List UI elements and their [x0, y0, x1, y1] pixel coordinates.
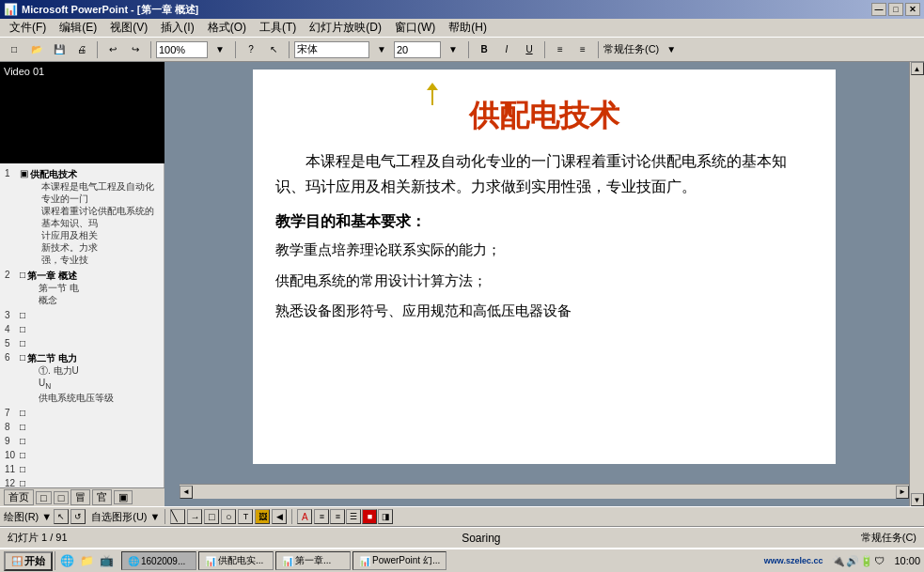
menu-view[interactable]: 视图(V)	[104, 19, 153, 37]
shapes-label[interactable]: 自选图形(U) ▼	[91, 510, 160, 524]
tab-2[interactable]: □	[54, 491, 70, 504]
font-size-input[interactable]	[394, 41, 441, 58]
taskbar-btn1-label: 1602009...	[141, 556, 185, 566]
maximize-button[interactable]: □	[888, 3, 903, 16]
site-label: www.szelec.cc	[764, 556, 823, 565]
menu-format[interactable]: 格式(O)	[202, 19, 252, 37]
italic-button[interactable]: I	[496, 40, 517, 59]
slide-item-5[interactable]: 5 □	[4, 337, 160, 349]
slide-item-10[interactable]: 10 □	[4, 449, 160, 461]
slide-item-6[interactable]: 6 □ 第二节 电力 ①. 电力U UN 供电系统电压等级	[4, 351, 160, 405]
sep7	[598, 41, 599, 58]
scroll-right-button[interactable]: ►	[896, 486, 909, 499]
slide4-icon: □	[20, 324, 25, 334]
slide-item-8[interactable]: 8 □	[4, 421, 160, 433]
open-button[interactable]: 📂	[26, 40, 47, 59]
slide-item-12[interactable]: 12 □	[4, 477, 160, 488]
taskbar-btn-1[interactable]: 🌐 1602009...	[121, 551, 196, 570]
fill-color-tool[interactable]: ◀	[272, 509, 287, 524]
taskbar-btn-3[interactable]: 📊 第一章...	[275, 551, 351, 570]
slide-item-7[interactable]: 7 □	[4, 407, 160, 419]
arrow-tool[interactable]: →	[187, 509, 202, 524]
line-tool[interactable]: ╲	[170, 509, 185, 524]
tray-antivirus-icon: 🛡	[874, 555, 885, 566]
new-button[interactable]: □	[4, 40, 24, 59]
soaring-label: Soaring	[109, 532, 854, 545]
align-dist-tool[interactable]: ☰	[346, 509, 361, 524]
zoom-dropdown[interactable]: ▼	[210, 40, 230, 59]
slide-section-title: 教学目的和基本要求：	[275, 212, 813, 232]
start-button[interactable]: 🪟 开始	[4, 551, 53, 571]
slide-item-2[interactable]: 2 □ 第一章 概述 第一节 电 概念	[4, 269, 160, 307]
tab-5[interactable]: ▣	[114, 490, 133, 504]
font-color-tool[interactable]: A	[297, 509, 312, 524]
underline-button[interactable]: U	[519, 40, 540, 59]
close-button[interactable]: ✕	[905, 3, 920, 16]
slide-item-11[interactable]: 11 □	[4, 463, 160, 475]
font-name-dropdown[interactable]: ▼	[371, 40, 392, 59]
3d-tool[interactable]: ◨	[378, 509, 393, 524]
redo-button[interactable]: ↪	[125, 40, 146, 59]
cursor-icon[interactable]: ↖	[263, 40, 284, 59]
menu-tools[interactable]: 工具(T)	[254, 19, 302, 37]
rotation-tool[interactable]: ↺	[70, 509, 86, 524]
taskbar-btn-2[interactable]: 📊 供配电实...	[198, 551, 274, 570]
shadow-tool[interactable]: ■	[362, 509, 377, 524]
scroll-left-button[interactable]: ◄	[180, 486, 193, 499]
title-bar: 📊 Microsoft PowerPoint - [第一章 概述] — □ ✕	[0, 0, 924, 19]
slide-item-1[interactable]: 1 ▣ 供配电技术 本课程是电气工程及自动化专业的一门 课程着重讨论供配电系统的…	[4, 167, 160, 267]
slide-item-4[interactable]: 4 □	[4, 323, 160, 335]
task-label[interactable]: 常规任务(C)	[603, 42, 659, 56]
drawing-label[interactable]: 绘图(R) ▼	[4, 510, 52, 524]
menu-window[interactable]: 窗口(W)	[389, 19, 441, 37]
tab-4[interactable]: 官	[92, 489, 112, 505]
undo-button[interactable]: ↩	[102, 40, 123, 59]
print-button[interactable]: 🖨	[71, 40, 92, 59]
menu-edit[interactable]: 编辑(E)	[54, 19, 102, 37]
save-button[interactable]: 💾	[49, 40, 70, 59]
app-icon: 📊	[4, 3, 18, 16]
quick-media[interactable]: 📺	[97, 551, 116, 570]
align-left-tool[interactable]: ≡	[314, 509, 329, 524]
cursor-tool[interactable]: ↖	[54, 509, 69, 524]
quick-ie[interactable]: 🌐	[57, 551, 76, 570]
title-bar-controls: — □ ✕	[871, 3, 920, 16]
taskbar-btn-4[interactable]: 📊 PowerPoint 幻...	[352, 551, 446, 570]
textbox-tool[interactable]: T	[238, 509, 253, 524]
task-dropdown[interactable]: ▼	[661, 40, 681, 59]
taskbar-sep	[55, 551, 55, 570]
insert-image-tool[interactable]: 🖼	[255, 509, 270, 524]
horizontal-scrollbar[interactable]: ◄ ►	[180, 484, 909, 499]
tab-home[interactable]: 首页	[4, 489, 34, 505]
help-icon[interactable]: ?	[241, 40, 261, 59]
menu-insert[interactable]: 插入(I)	[155, 19, 199, 37]
minimize-button[interactable]: —	[871, 3, 886, 16]
menu-help[interactable]: 帮助(H)	[443, 19, 493, 37]
zoom-input[interactable]	[156, 41, 208, 58]
vertical-scrollbar[interactable]: ▲ ▼	[909, 62, 924, 506]
slide-item-9[interactable]: 9 □	[4, 435, 160, 447]
scroll-down-button[interactable]: ▼	[911, 493, 924, 506]
system-tray: www.szelec.cc 🔌 🔊 🔋 🛡 10:00	[764, 555, 920, 567]
video-label: Video 01	[4, 66, 44, 77]
slide-item-3[interactable]: 3 □	[4, 309, 160, 321]
scroll-up-button[interactable]: ▲	[911, 62, 924, 75]
tab-1[interactable]: □	[36, 491, 52, 504]
sep5	[468, 41, 469, 58]
ellipse-tool[interactable]: ○	[221, 509, 236, 524]
font-name-input[interactable]	[294, 41, 369, 58]
align-right-tool[interactable]: ≡	[330, 509, 345, 524]
menu-slideshow[interactable]: 幻灯片放映(D)	[304, 19, 387, 37]
align-center-button[interactable]: ≡	[572, 40, 593, 59]
clock: 10:00	[894, 555, 920, 566]
quick-folder[interactable]: 📁	[77, 551, 96, 570]
align-left-button[interactable]: ≡	[550, 40, 571, 59]
slide-title: 供配电技术	[275, 96, 813, 137]
rect-tool[interactable]: □	[204, 509, 219, 524]
menu-file[interactable]: 文件(F)	[4, 19, 52, 37]
bold-button[interactable]: B	[474, 40, 494, 59]
tab-3[interactable]: 冒	[70, 489, 90, 505]
drawing-toolbar: 绘图(R) ▼ ↖ ↺ 自选图形(U) ▼ ╲ → □ ○ T 🖼 ◀ A ≡ …	[0, 506, 924, 527]
taskbar-btn2-label: 供配电实...	[218, 554, 263, 567]
font-size-dropdown[interactable]: ▼	[443, 40, 463, 59]
